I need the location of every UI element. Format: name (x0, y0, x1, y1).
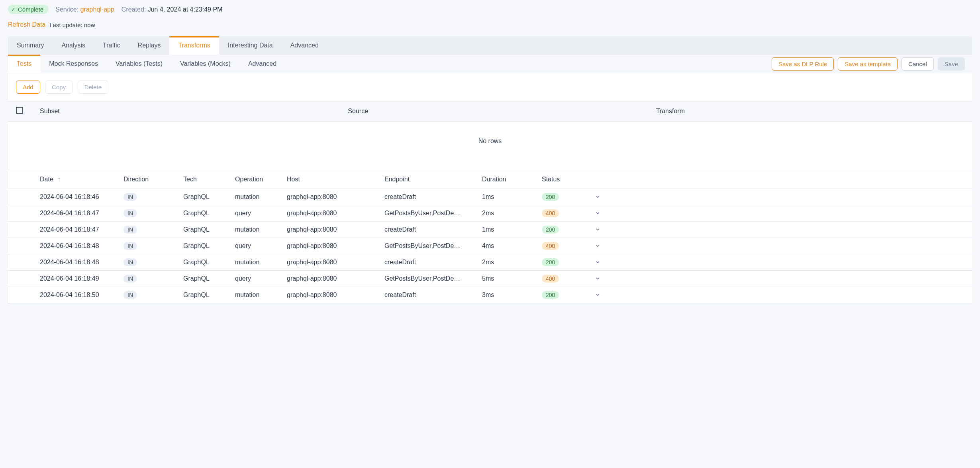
subtab-variables-tests-[interactable]: Variables (Tests) (107, 55, 171, 73)
tab-transforms[interactable]: Transforms (169, 36, 219, 55)
status-cell: 200 (542, 193, 590, 201)
host-cell: graphql-app:8080 (287, 291, 384, 299)
row-expand-icon[interactable] (590, 193, 606, 201)
date-cell: 2024-06-04 16:18:47 (40, 226, 123, 233)
duration-cell: 2ms (482, 210, 542, 217)
table-row[interactable]: 2024-06-04 16:18:48INGraphQLmutationgrap… (8, 254, 972, 271)
row-expand-icon[interactable] (590, 291, 606, 299)
save-template-button[interactable]: Save as template (838, 57, 898, 71)
table-row[interactable]: 2024-06-04 16:18:50INGraphQLmutationgrap… (8, 287, 972, 303)
table-row[interactable]: 2024-06-04 16:18:49INGraphQLquerygraphql… (8, 271, 972, 287)
date-cell: 2024-06-04 16:18:49 (40, 275, 123, 282)
direction-pill: IN (123, 275, 137, 283)
select-all-checkbox[interactable] (16, 107, 23, 114)
tech-cell: GraphQL (183, 291, 235, 299)
table-row[interactable]: 2024-06-04 16:18:46INGraphQLmutationgrap… (8, 189, 972, 205)
service-value[interactable]: graphql-app (80, 6, 114, 13)
duration-cell: 2ms (482, 259, 542, 266)
row-expand-icon[interactable] (590, 275, 606, 282)
tab-interesting-data[interactable]: Interesting Data (219, 36, 282, 55)
tab-summary[interactable]: Summary (8, 36, 53, 55)
save-dlp-rule-button[interactable]: Save as DLP Rule (772, 57, 834, 71)
subtab-mock-responses[interactable]: Mock Responses (40, 55, 107, 73)
column-duration[interactable]: Duration (482, 176, 542, 183)
column-date-label: Date (40, 176, 53, 183)
add-button[interactable]: Add (16, 81, 40, 94)
created-info: Created: Jun 4, 2024 at 4:23:49 PM (122, 6, 223, 13)
tab-analysis[interactable]: Analysis (53, 36, 94, 55)
last-update-label: Last update: (49, 22, 82, 28)
operation-cell: mutation (235, 259, 287, 266)
chevron-down-icon (594, 193, 601, 200)
column-date[interactable]: Date ↑ (40, 176, 123, 183)
column-operation[interactable]: Operation (235, 176, 287, 183)
duration-cell: 1ms (482, 193, 542, 201)
status-cell: 400 (542, 242, 590, 250)
copy-button[interactable]: Copy (45, 81, 73, 94)
table-row[interactable]: 2024-06-04 16:18:47INGraphQLquerygraphql… (8, 205, 972, 222)
tech-cell: GraphQL (183, 226, 235, 233)
row-expand-icon[interactable] (590, 242, 606, 250)
transforms-table: Subset Source Transform No rows (8, 101, 972, 161)
traffic-table-header: Date ↑ Direction Tech Operation Host End… (8, 170, 972, 189)
tab-traffic[interactable]: Traffic (94, 36, 129, 55)
column-status[interactable]: Status (542, 176, 590, 183)
host-cell: graphql-app:8080 (287, 275, 384, 282)
chevron-down-icon (594, 259, 601, 265)
endpoint-cell: GetPostsByUser,PostDe… (384, 210, 482, 217)
status-cell: 200 (542, 258, 590, 266)
delete-button[interactable]: Delete (78, 81, 108, 94)
status-pill: 200 (542, 226, 559, 234)
column-subset: Subset (40, 108, 348, 115)
refresh-row: Refresh Data Last update: now (8, 21, 972, 28)
column-direction[interactable]: Direction (123, 176, 183, 183)
main-tabs: SummaryAnalysisTrafficReplaysTransformsI… (8, 36, 972, 55)
tech-cell: GraphQL (183, 193, 235, 201)
endpoint-cell: createDraft (384, 291, 482, 299)
tech-cell: GraphQL (183, 242, 235, 250)
column-transform: Transform (656, 108, 964, 115)
row-expand-icon[interactable] (590, 226, 606, 233)
direction-cell: IN (123, 226, 183, 234)
row-expand-icon[interactable] (590, 259, 606, 266)
row-expand-icon[interactable] (590, 210, 606, 217)
column-host[interactable]: Host (287, 176, 384, 183)
operation-cell: query (235, 275, 287, 282)
direction-cell: IN (123, 258, 183, 266)
cancel-button[interactable]: Cancel (902, 57, 934, 71)
operation-cell: mutation (235, 226, 287, 233)
table-row[interactable]: 2024-06-04 16:18:48INGraphQLquerygraphql… (8, 238, 972, 254)
duration-cell: 3ms (482, 291, 542, 299)
status-pill: 400 (542, 275, 559, 283)
status-cell: 400 (542, 275, 590, 283)
date-cell: 2024-06-04 16:18:48 (40, 242, 123, 250)
chevron-down-icon (594, 210, 601, 216)
direction-cell: IN (123, 209, 183, 217)
status-pill: 200 (542, 193, 559, 201)
table-row[interactable]: 2024-06-04 16:18:47INGraphQLmutationgrap… (8, 222, 972, 238)
tab-replays[interactable]: Replays (129, 36, 170, 55)
subtab-advanced[interactable]: Advanced (239, 55, 285, 73)
direction-pill: IN (123, 258, 137, 266)
chevron-down-icon (594, 291, 601, 298)
operation-cell: mutation (235, 291, 287, 299)
table-action-row: Add Copy Delete (8, 73, 972, 101)
subtab-tests[interactable]: Tests (8, 55, 40, 73)
sort-asc-icon: ↑ (57, 176, 61, 183)
host-cell: graphql-app:8080 (287, 193, 384, 201)
save-button[interactable]: Save (938, 57, 965, 71)
column-tech[interactable]: Tech (183, 176, 235, 183)
sub-actions: Save as DLP Rule Save as template Cancel… (772, 57, 972, 71)
subtab-variables-mocks-[interactable]: Variables (Mocks) (171, 55, 239, 73)
refresh-data-link[interactable]: Refresh Data (8, 21, 45, 28)
chevron-down-icon (594, 242, 601, 249)
operation-cell: mutation (235, 193, 287, 201)
status-cell: 200 (542, 291, 590, 299)
status-pill: 400 (542, 209, 559, 217)
tab-advanced[interactable]: Advanced (282, 36, 327, 55)
service-info: Service: graphql-app (55, 6, 114, 13)
column-endpoint[interactable]: Endpoint (384, 176, 482, 183)
select-all-column (16, 107, 40, 116)
page-header: Complete Service: graphql-app Created: J… (8, 3, 972, 16)
tech-cell: GraphQL (183, 259, 235, 266)
